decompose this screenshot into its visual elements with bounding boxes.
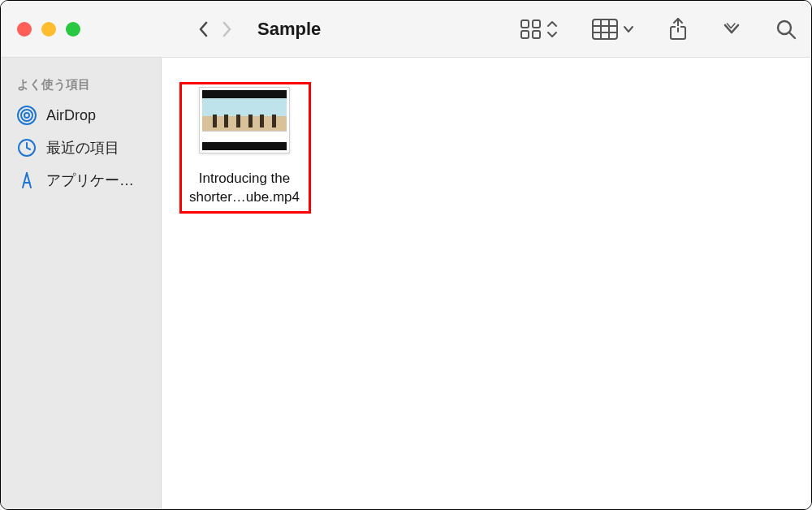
svg-point-15: [21, 110, 32, 121]
share-button[interactable]: [668, 17, 688, 41]
sidebar-item-applications[interactable]: アプリケー…: [1, 164, 161, 197]
file-label-line1: Introducing the: [181, 170, 308, 188]
sidebar-item-label: 最近の項目: [46, 138, 119, 158]
sidebar-item-label: AirDrop: [46, 107, 96, 124]
window-title: Sample: [257, 19, 321, 40]
toolbar: Sample: [1, 1, 811, 58]
svg-rect-1: [533, 20, 540, 28]
file-thumbnail: [199, 87, 290, 153]
sidebar: よく使う項目 AirDrop 最: [1, 58, 162, 509]
file-item[interactable]: Introducing the shorter…ube.mp4: [179, 82, 309, 207]
svg-rect-4: [593, 19, 617, 39]
file-label-line2: shorter…ube.mp4: [181, 188, 308, 207]
minimize-button[interactable]: [41, 22, 56, 37]
sidebar-item-airdrop[interactable]: AirDrop: [1, 99, 161, 132]
window-body: よく使う項目 AirDrop 最: [1, 58, 811, 509]
svg-point-14: [24, 113, 29, 118]
airdrop-icon: [17, 106, 37, 125]
view-icons-button[interactable]: [520, 19, 558, 40]
more-button[interactable]: [722, 21, 741, 37]
window-controls: [1, 22, 162, 37]
content-area[interactable]: Introducing the shorter…ube.mp4: [162, 58, 811, 509]
sidebar-item-label: アプリケー…: [46, 171, 134, 190]
search-button[interactable]: [775, 19, 797, 40]
forward-button[interactable]: [220, 19, 233, 39]
svg-line-18: [23, 173, 27, 188]
file-label: Introducing the shorter…ube.mp4: [179, 170, 309, 207]
svg-line-13: [789, 32, 795, 38]
fullscreen-button[interactable]: [66, 22, 80, 37]
finder-window: Sample: [0, 0, 812, 510]
applications-icon: [17, 171, 37, 190]
back-button[interactable]: [197, 19, 210, 39]
nav-arrows: [197, 19, 233, 39]
close-button[interactable]: [17, 22, 32, 37]
clock-icon: [17, 138, 37, 158]
sidebar-item-recents[interactable]: 最近の項目: [1, 132, 161, 164]
sidebar-heading-favorites: よく使う項目: [1, 72, 161, 99]
toolbar-right: [520, 17, 797, 41]
svg-line-19: [27, 173, 31, 188]
svg-rect-11: [676, 26, 680, 28]
svg-rect-0: [521, 20, 529, 28]
svg-rect-3: [533, 31, 540, 38]
group-by-button[interactable]: [592, 19, 634, 40]
svg-rect-2: [521, 31, 529, 38]
